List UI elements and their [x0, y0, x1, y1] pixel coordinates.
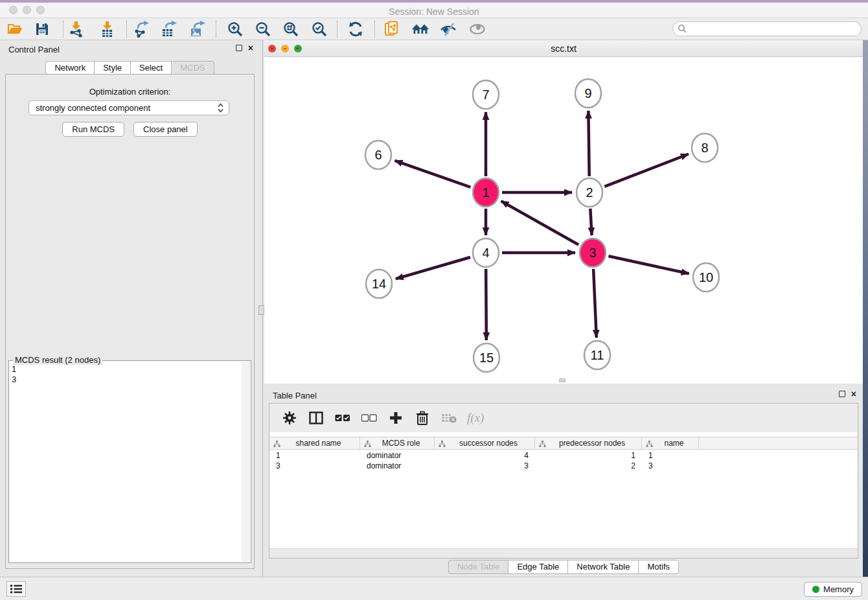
- cell-successor-nodes[interactable]: 3: [435, 461, 535, 471]
- criterion-value: strongly connected component: [36, 103, 150, 113]
- function-builder-icon: f(x): [467, 411, 484, 425]
- graph-node-14[interactable]: 14: [366, 270, 392, 298]
- select-all-columns-icon[interactable]: [334, 410, 351, 426]
- tab-network[interactable]: Network: [45, 61, 94, 75]
- table-row[interactable]: 1dominator411: [269, 450, 858, 461]
- export-image-icon[interactable]: [188, 20, 207, 38]
- open-session-icon[interactable]: [6, 20, 24, 38]
- tab-edge-table[interactable]: Edge Table: [508, 560, 567, 574]
- edge-4-14[interactable]: [396, 257, 470, 279]
- canvas-split-grip[interactable]: [559, 378, 565, 382]
- edge-3-11[interactable]: [593, 269, 597, 338]
- tab-select[interactable]: Select: [130, 61, 171, 75]
- edge-3-10[interactable]: [608, 256, 689, 273]
- show-column-icon[interactable]: [308, 410, 325, 426]
- graph-node-1[interactable]: 1: [473, 178, 499, 207]
- hide-panels-icon[interactable]: [439, 20, 457, 38]
- cell-mcds-role[interactable]: dominator: [360, 450, 435, 461]
- apply-layout-icon[interactable]: [347, 20, 365, 38]
- edge-3-1[interactable]: [501, 201, 579, 244]
- search-input[interactable]: [687, 25, 861, 34]
- cell-predecessor-nodes[interactable]: 1: [535, 450, 642, 461]
- column-header-predecessor-nodes[interactable]: predecessor nodes: [535, 437, 642, 449]
- add-column-icon[interactable]: [387, 410, 404, 426]
- network-canvas[interactable]: 7968124314101511: [264, 57, 863, 384]
- mcds-panel: Optimization criterion: strongly connect…: [5, 74, 255, 569]
- svg-text:14: 14: [372, 277, 386, 291]
- cell-shared-name[interactable]: 1: [269, 450, 360, 461]
- zoom-in-icon[interactable]: [226, 20, 244, 38]
- tab-node-table[interactable]: Node Table: [448, 560, 508, 574]
- cell-successor-nodes[interactable]: 4: [435, 450, 535, 461]
- run-mcds-button[interactable]: Run MCDS: [62, 122, 124, 137]
- home-icon[interactable]: [411, 20, 429, 38]
- cell-shared-name[interactable]: 3: [269, 461, 360, 471]
- graph-node-8[interactable]: 8: [692, 133, 718, 162]
- float-panel-icon[interactable]: [236, 45, 242, 51]
- tab-mcds[interactable]: MCDS: [171, 61, 214, 75]
- status-bar: Memory: [0, 577, 868, 600]
- edge-4-15[interactable]: [486, 269, 486, 340]
- table-settings-icon[interactable]: [281, 410, 298, 426]
- memory-button[interactable]: Memory: [804, 582, 862, 597]
- tab-network-table[interactable]: Network Table: [567, 560, 638, 574]
- close-panel-button[interactable]: Close panel: [133, 122, 198, 137]
- import-network-icon[interactable]: [67, 20, 86, 38]
- panel-divider-grip[interactable]: [258, 305, 264, 315]
- zoom-fit-icon[interactable]: [282, 20, 300, 38]
- export-table-icon[interactable]: [160, 20, 178, 38]
- show-panels-icon[interactable]: [468, 20, 486, 38]
- delete-column-icon[interactable]: [414, 410, 431, 426]
- mcds-result-text[interactable]: 1 3: [12, 364, 240, 560]
- graph-node-3[interactable]: 3: [580, 238, 606, 267]
- memory-label: Memory: [823, 584, 854, 594]
- edge-2-9[interactable]: [588, 111, 589, 176]
- float-panel-icon[interactable]: [839, 391, 845, 397]
- table-panel-title: Table Panel: [273, 391, 317, 400]
- zoom-out-icon[interactable]: [254, 20, 272, 38]
- graph-node-11[interactable]: 11: [584, 341, 610, 369]
- export-network-icon[interactable]: [132, 20, 150, 38]
- column-header-shared-name[interactable]: shared name: [269, 437, 360, 449]
- tab-style[interactable]: Style: [94, 61, 130, 75]
- edge-2-8[interactable]: [604, 154, 689, 187]
- unselect-all-columns-icon[interactable]: [361, 410, 378, 426]
- save-session-icon[interactable]: [33, 20, 51, 38]
- app-titlebar: Session: New Session: [0, 3, 868, 18]
- column-header-mcds-role[interactable]: MCDS role: [360, 437, 435, 449]
- graph-node-15[interactable]: 15: [474, 343, 499, 372]
- zoom-selected-icon[interactable]: [310, 20, 328, 38]
- control-panel-tabs: NetworkStyleSelectMCDS: [0, 61, 260, 75]
- network-document-icon[interactable]: [383, 20, 401, 38]
- control-panel-header: Control Panel ×: [0, 40, 260, 58]
- cell-predecessor-nodes[interactable]: 2: [535, 461, 642, 471]
- criterion-dropdown[interactable]: strongly connected component: [29, 100, 229, 115]
- control-panel: Control Panel × NetworkStyleSelectMCDS O…: [0, 40, 260, 577]
- search-field[interactable]: [672, 21, 862, 36]
- column-header-name[interactable]: name: [642, 437, 699, 449]
- graph-node-6[interactable]: 6: [365, 141, 391, 169]
- close-panel-icon[interactable]: ×: [248, 45, 253, 51]
- close-panel-icon[interactable]: ×: [851, 391, 856, 397]
- cell-name[interactable]: 1: [642, 450, 699, 461]
- cell-name[interactable]: 3: [642, 461, 699, 471]
- graph-node-9[interactable]: 9: [575, 79, 601, 108]
- table-row[interactable]: 3dominator323: [269, 461, 858, 471]
- cell-mcds-role[interactable]: dominator: [360, 461, 435, 471]
- graph-node-2[interactable]: 2: [577, 178, 602, 207]
- column-header-successor-nodes[interactable]: successor nodes: [435, 437, 535, 449]
- app-window-title: Session: New Session: [0, 5, 868, 18]
- edge-2-3[interactable]: [590, 209, 591, 235]
- graph-node-10[interactable]: 10: [693, 263, 719, 292]
- graph-node-4[interactable]: 4: [473, 238, 499, 267]
- optimization-criterion-label: Optimization criterion:: [6, 87, 254, 97]
- result-scrollbar[interactable]: [242, 362, 250, 562]
- graph-node-7[interactable]: 7: [473, 80, 499, 109]
- edge-1-6[interactable]: [394, 161, 470, 187]
- import-table-icon[interactable]: [98, 20, 117, 38]
- toolbar-separator: [337, 21, 337, 38]
- task-history-button[interactable]: [6, 581, 26, 597]
- table-hscrollbar[interactable]: [269, 548, 858, 558]
- tab-motifs[interactable]: Motifs: [638, 560, 679, 574]
- memory-status-icon: [812, 586, 819, 593]
